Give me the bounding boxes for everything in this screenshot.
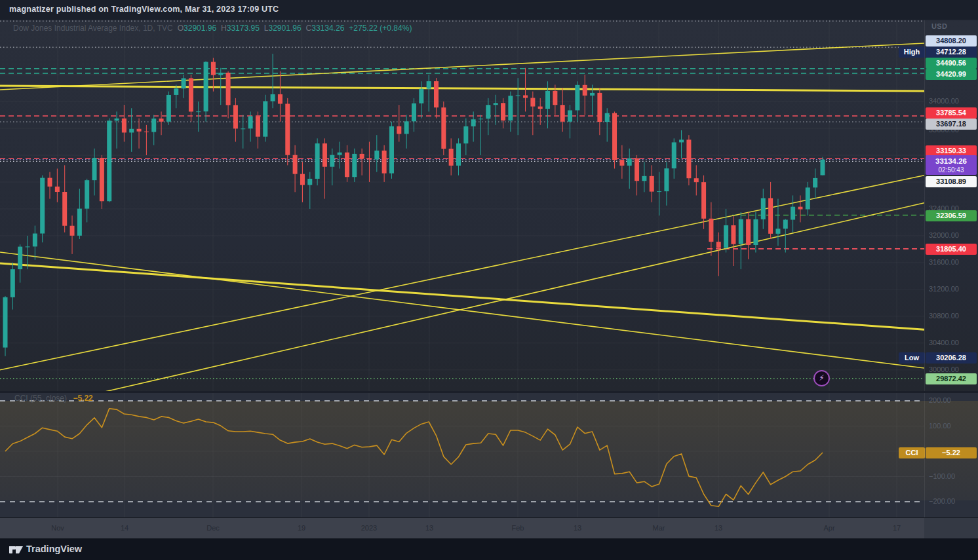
candle-body bbox=[330, 155, 334, 167]
candle-body bbox=[33, 234, 37, 247]
candle-body bbox=[820, 160, 825, 176]
candle-body bbox=[412, 103, 416, 122]
candle-body bbox=[791, 207, 795, 220]
time-tick: Nov bbox=[43, 524, 72, 532]
high-label: H bbox=[221, 24, 227, 33]
candle-body bbox=[389, 126, 394, 174]
candle-body bbox=[107, 121, 111, 201]
footer-bar: TradingView bbox=[0, 538, 978, 560]
candle-body bbox=[679, 140, 684, 142]
candle-body bbox=[352, 154, 357, 177]
time-tick: Apr bbox=[815, 524, 844, 532]
main-price-pane[interactable] bbox=[0, 20, 978, 392]
time-tick: 13 bbox=[415, 524, 444, 532]
candle-body bbox=[612, 113, 617, 160]
time-axis-corner bbox=[924, 517, 978, 539]
close-label: C bbox=[306, 24, 312, 33]
candle-body bbox=[137, 129, 142, 132]
candle-body bbox=[382, 151, 387, 174]
candle-body bbox=[374, 151, 379, 160]
candle-body bbox=[701, 182, 706, 219]
candle-body bbox=[159, 119, 164, 122]
brand-name[interactable]: TradingView bbox=[26, 544, 82, 554]
candle-body bbox=[62, 192, 67, 226]
candle-body bbox=[508, 96, 513, 121]
candle-body bbox=[650, 176, 654, 192]
candle-body bbox=[568, 110, 572, 121]
time-tick: 14 bbox=[110, 524, 139, 532]
candle-body bbox=[768, 198, 773, 234]
time-tick: Feb bbox=[503, 524, 532, 532]
header-bar: magnatizer published on TradingView.com,… bbox=[0, 0, 978, 20]
cci-value: −5.22 bbox=[73, 394, 92, 403]
candle-body bbox=[233, 105, 238, 128]
close-value: 33134.26 bbox=[311, 24, 344, 33]
candle-body bbox=[449, 149, 454, 166]
candle-body bbox=[739, 219, 743, 244]
time-tick: 2023 bbox=[355, 524, 383, 532]
candle-body bbox=[686, 140, 691, 178]
candle-body bbox=[211, 62, 216, 75]
candle-body bbox=[404, 121, 409, 134]
candle-body bbox=[783, 220, 788, 229]
flash-icon[interactable]: ⚡ bbox=[813, 370, 830, 386]
candle-body bbox=[77, 209, 82, 236]
candle-body bbox=[263, 101, 267, 136]
open-value: 32901.96 bbox=[184, 24, 216, 33]
candle-body bbox=[813, 178, 817, 187]
time-tick: 13 bbox=[563, 524, 592, 532]
candle-body bbox=[709, 219, 713, 242]
candle-body bbox=[775, 229, 780, 234]
currency-label: USD bbox=[931, 22, 947, 30]
candle-body bbox=[218, 73, 223, 75]
candle-body bbox=[590, 93, 595, 96]
candle-body bbox=[248, 116, 253, 128]
candle-body bbox=[100, 158, 104, 201]
cci-legend[interactable]: CCI (55, close) −5.22 bbox=[14, 394, 93, 403]
candle-body bbox=[575, 85, 579, 111]
candle-body bbox=[144, 132, 149, 132]
candle-body bbox=[204, 62, 208, 112]
time-tick: Mar bbox=[644, 524, 673, 532]
change-value: +275.22 (+0.84%) bbox=[349, 24, 412, 33]
candle-body bbox=[226, 73, 231, 105]
candle-body bbox=[664, 168, 669, 191]
candle-body bbox=[494, 103, 498, 105]
candle-body bbox=[129, 129, 134, 133]
symbol-legend[interactable]: Dow Jones Industrial Average Index, 1D, … bbox=[13, 24, 412, 33]
candle-body bbox=[605, 113, 610, 122]
candle-body bbox=[26, 246, 30, 247]
candle-body bbox=[174, 88, 178, 95]
candle-body bbox=[323, 143, 327, 167]
pane-separator[interactable] bbox=[0, 391, 978, 393]
time-tick: 13 bbox=[704, 524, 733, 532]
candle-body bbox=[501, 103, 505, 121]
candle-body bbox=[538, 107, 543, 109]
candle-body bbox=[746, 219, 751, 245]
chart-canvas[interactable] bbox=[0, 0, 978, 538]
candle-body bbox=[530, 98, 535, 106]
high-value: 33173.95 bbox=[227, 24, 260, 33]
candle-body bbox=[70, 226, 75, 236]
candle-body bbox=[3, 297, 8, 348]
candle-body bbox=[241, 128, 245, 129]
candle-body bbox=[516, 95, 520, 96]
candle-body bbox=[278, 94, 283, 104]
candle-body bbox=[560, 105, 565, 122]
candle-body bbox=[545, 91, 550, 109]
cci-title[interactable]: CCI (55, close) bbox=[14, 394, 67, 403]
candle-body bbox=[122, 119, 127, 133]
symbol-title[interactable]: Dow Jones Industrial Average Index, 1D, … bbox=[13, 24, 173, 33]
open-label: O bbox=[178, 24, 184, 33]
time-tick: Dec bbox=[199, 524, 227, 532]
candle-body bbox=[694, 178, 699, 182]
candle-body bbox=[189, 78, 193, 111]
candle-body bbox=[627, 159, 632, 166]
candle-body bbox=[597, 93, 602, 122]
candle-body bbox=[48, 178, 52, 187]
candle-body bbox=[85, 180, 89, 208]
tradingview-logo-icon[interactable] bbox=[9, 544, 24, 555]
time-tick: 19 bbox=[287, 524, 316, 532]
candle-body bbox=[360, 154, 364, 159]
time-axis[interactable]: Nov14Dec19202313Feb13Mar13Apr17 bbox=[0, 517, 924, 539]
